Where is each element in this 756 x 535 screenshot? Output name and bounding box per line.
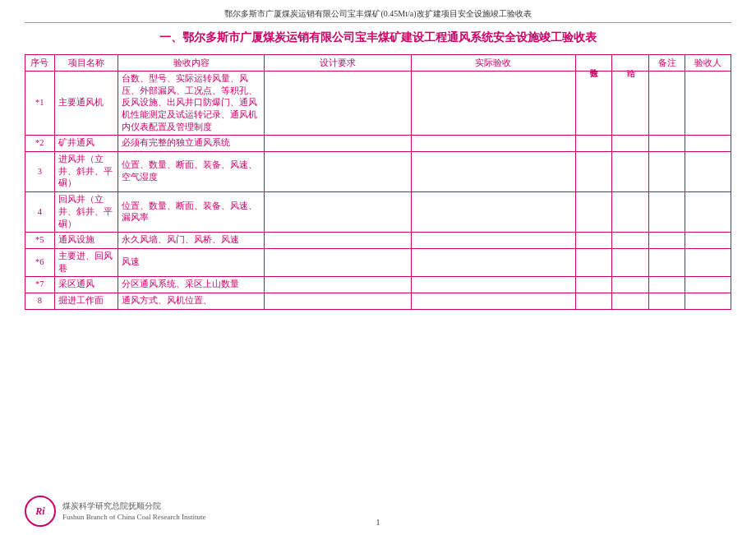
- page: 鄂尔多斯市广厦煤炭运销有限公司宝丰煤矿(0.45Mt/a)改扩建项目安全设施竣工…: [0, 0, 756, 535]
- cell-actual: [411, 293, 575, 309]
- cell-method: [575, 248, 612, 276]
- cell-design: [265, 233, 411, 249]
- cell-design: [265, 248, 411, 276]
- cell-actual: [411, 152, 575, 192]
- top-title: 鄂尔多斯市广厦煤炭运销有限公司宝丰煤矿(0.45Mt/a)改扩建项目安全设施竣工…: [25, 8, 731, 23]
- cell-design: [265, 71, 411, 135]
- cell-inspector: [685, 152, 731, 192]
- cell-content: 分区通风系统、采区上山数量: [118, 277, 265, 293]
- logo-icon: Ri: [25, 496, 56, 527]
- cell-content: 通风方式、风机位置、: [118, 293, 265, 309]
- cell-name: 主要进、回风巷: [54, 248, 118, 276]
- cell-content: 风速: [118, 248, 265, 276]
- cell-actual: [411, 277, 575, 293]
- cell-name: 矿井通风: [54, 136, 118, 152]
- main-title: 一、鄂尔多斯市广厦煤炭运销有限公司宝丰煤矿建设工程通风系统安全设施竣工验收表: [25, 30, 731, 46]
- cell-conclude: [612, 192, 649, 233]
- table-row: *1主要通风机台数、型号、实际运转风量、风压、外部漏风、工况点、等积孔、反风设施…: [25, 71, 731, 135]
- cell-note: [648, 152, 685, 192]
- cell-seq: *2: [25, 136, 55, 152]
- page-number: 1: [376, 518, 380, 527]
- cell-note: [648, 71, 685, 135]
- table-row: *6主要进、回风巷风速: [25, 248, 731, 276]
- cell-content: 必须有完整的独立通风系统: [118, 136, 265, 152]
- cell-design: [265, 277, 411, 293]
- table-row: *7采区通风分区通风系统、采区上山数量: [25, 277, 731, 293]
- table-row: 4回风井（立井、斜井、平硐）位置、数量、断面、装备、风速、漏风率: [25, 192, 731, 233]
- cell-seq: *6: [25, 248, 55, 276]
- header-seq: 序号: [25, 54, 55, 71]
- main-table: 序号 项目名称 验收内容 设计要求 实际验收 验收方法 结论 备注 验收人 *1…: [25, 54, 731, 310]
- cell-conclude: [612, 293, 649, 309]
- header-method: 验收方法: [575, 54, 612, 71]
- cell-seq: *5: [25, 233, 55, 249]
- table-row: *2矿井通风必须有完整的独立通风系统: [25, 136, 731, 152]
- cell-conclude: [612, 233, 649, 249]
- header-note: 备注: [648, 54, 685, 71]
- cell-content: 位置、数量、断面、装备、风速、漏风率: [118, 192, 265, 233]
- cell-method: [575, 293, 612, 309]
- cell-seq: 3: [25, 152, 55, 192]
- cell-content: 位置、数量、断面、装备、风速、空气湿度: [118, 152, 265, 192]
- cell-method: [575, 136, 612, 152]
- header-inspector: 验收人: [685, 54, 731, 71]
- footer-en-name: Fushun Branch of China Coal Research Ins…: [62, 512, 205, 523]
- cell-conclude: [612, 71, 649, 135]
- cell-inspector: [685, 248, 731, 276]
- cell-name: 掘进工作面: [54, 293, 118, 309]
- cell-actual: [411, 71, 575, 135]
- cell-note: [648, 248, 685, 276]
- cell-seq: 4: [25, 192, 55, 233]
- cell-inspector: [685, 277, 731, 293]
- cell-seq: *7: [25, 277, 55, 293]
- cell-method: [575, 233, 612, 249]
- cell-actual: [411, 136, 575, 152]
- header-design: 设计要求: [265, 54, 411, 71]
- header-content: 验收内容: [118, 54, 265, 71]
- cell-actual: [411, 233, 575, 249]
- footer-text: 煤炭科学研究总院抚顺分院 Fushun Branch of China Coal…: [62, 500, 205, 523]
- cell-method: [575, 152, 612, 192]
- cell-design: [265, 192, 411, 233]
- header-actual: 实际验收: [411, 54, 575, 71]
- cell-method: [575, 71, 612, 135]
- cell-note: [648, 233, 685, 249]
- cell-conclude: [612, 136, 649, 152]
- cell-note: [648, 277, 685, 293]
- cell-inspector: [685, 233, 731, 249]
- header-name: 项目名称: [54, 54, 118, 71]
- cell-note: [648, 192, 685, 233]
- cell-note: [648, 136, 685, 152]
- footer-cn-name: 煤炭科学研究总院抚顺分院: [62, 500, 205, 512]
- cell-method: [575, 192, 612, 233]
- cell-design: [265, 293, 411, 309]
- cell-inspector: [685, 293, 731, 309]
- cell-seq: *1: [25, 71, 55, 135]
- header-conclude: 结论: [612, 54, 649, 71]
- cell-name: 进风井（立井、斜井、平硐）: [54, 152, 118, 192]
- cell-inspector: [685, 192, 731, 233]
- cell-actual: [411, 192, 575, 233]
- cell-note: [648, 293, 685, 309]
- cell-seq: 8: [25, 293, 55, 309]
- cell-name: 主要通风机: [54, 71, 118, 135]
- cell-method: [575, 277, 612, 293]
- table-row: 8掘进工作面通风方式、风机位置、: [25, 293, 731, 309]
- cell-conclude: [612, 277, 649, 293]
- cell-content: 永久风墙、风门、风桥、风速: [118, 233, 265, 249]
- cell-conclude: [612, 152, 649, 192]
- table-row: *5通风设施永久风墙、风门、风桥、风速: [25, 233, 731, 249]
- cell-design: [265, 136, 411, 152]
- cell-actual: [411, 248, 575, 276]
- cell-content: 台数、型号、实际运转风量、风压、外部漏风、工况点、等积孔、反风设施、出风井口防爆…: [118, 71, 265, 135]
- footer-logo: Ri 煤炭科学研究总院抚顺分院 Fushun Branch of China C…: [25, 496, 205, 527]
- cell-name: 通风设施: [54, 233, 118, 249]
- cell-conclude: [612, 248, 649, 276]
- table-row: 3进风井（立井、斜井、平硐）位置、数量、断面、装备、风速、空气湿度: [25, 152, 731, 192]
- cell-design: [265, 152, 411, 192]
- cell-inspector: [685, 136, 731, 152]
- cell-inspector: [685, 71, 731, 135]
- cell-name: 采区通风: [54, 277, 118, 293]
- table-header-row: 序号 项目名称 验收内容 设计要求 实际验收 验收方法 结论 备注 验收人: [25, 54, 731, 71]
- cell-name: 回风井（立井、斜井、平硐）: [54, 192, 118, 233]
